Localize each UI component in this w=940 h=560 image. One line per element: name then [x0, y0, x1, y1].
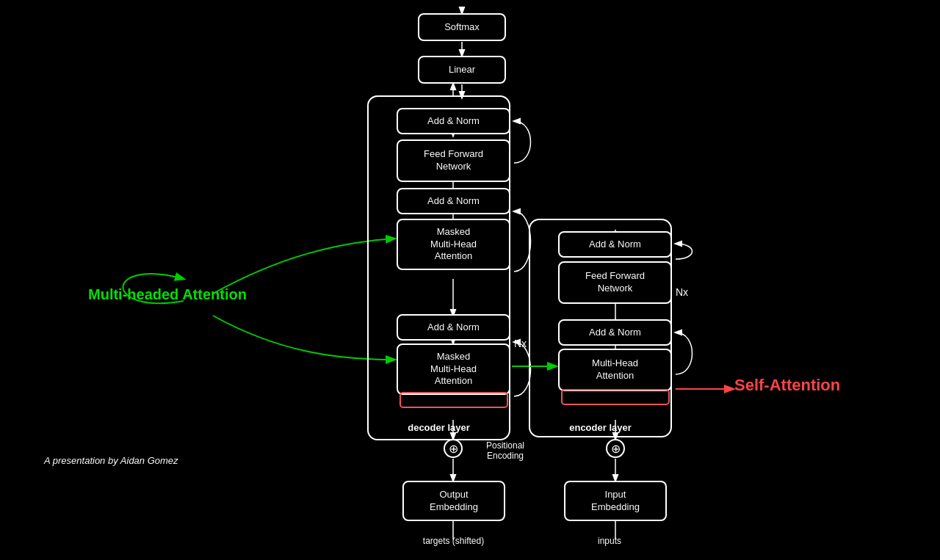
- targets-label: targets (shifted): [393, 536, 514, 546]
- diagram-container: Softmax Linear Add & Norm Feed ForwardNe…: [0, 0, 940, 560]
- linear-box: Linear: [418, 56, 506, 84]
- encoder-label: encoder layer: [529, 422, 672, 433]
- sa-annotation-label: Self-Attention: [734, 376, 840, 395]
- plus-circle-decoder: ⊕: [444, 439, 463, 458]
- enc-add-norm-bot-label: Add & Norm: [589, 327, 641, 339]
- inputs-label: inputs: [558, 536, 661, 546]
- enc-red-dashed: [561, 389, 670, 405]
- input-embedding-label: InputEmbedding: [591, 489, 640, 514]
- enc-ffn-box: Feed ForwardNetwork: [558, 261, 672, 304]
- enc-mha-label: Multi-HeadAttention: [592, 357, 638, 382]
- output-embedding-box: OutputEmbedding: [402, 481, 505, 521]
- enc-add-norm-bot-box: Add & Norm: [558, 319, 672, 346]
- nx-enc-label: Nx: [676, 286, 688, 298]
- softmax-box: Softmax: [418, 13, 506, 41]
- dec-ffn-label: Feed ForwardNetwork: [424, 148, 483, 173]
- dec-add-norm-mid-label: Add & Norm: [427, 195, 480, 208]
- dec-ffn-box: Feed ForwardNetwork: [397, 139, 510, 182]
- dec-masked-mha-bot-label: MaskedMulti-HeadAttention: [430, 351, 477, 388]
- dec-add-norm-mid-box: Add & Norm: [397, 188, 510, 214]
- presenter-label: A presentation by Aidan Gomez: [44, 455, 178, 466]
- enc-ffn-label: Feed ForwardNetwork: [585, 270, 645, 295]
- output-embedding-label: OutputEmbedding: [430, 489, 478, 514]
- enc-mha-box: Multi-HeadAttention: [558, 349, 672, 391]
- nx-dec-label: Nx: [514, 338, 527, 349]
- input-embedding-box: InputEmbedding: [564, 481, 667, 521]
- dec-masked-mha-bot-box: MaskedMulti-HeadAttention: [397, 343, 510, 395]
- decoder-label: decoder layer: [367, 422, 510, 433]
- dec-add-norm-top-label: Add & Norm: [427, 115, 480, 128]
- dec-red-dashed: [400, 392, 508, 408]
- dec-add-norm-top-box: Add & Norm: [397, 108, 510, 134]
- dec-add-norm-bot-label: Add & Norm: [427, 321, 480, 334]
- dec-masked-mha-top-box: MaskedMulti-HeadAttention: [397, 219, 510, 270]
- positional-encoding-label: Positional Encoding: [476, 440, 535, 461]
- mha-annotation-label: Multi-headed Attention: [88, 286, 247, 303]
- enc-add-norm-top-label: Add & Norm: [589, 239, 641, 251]
- softmax-label: Softmax: [444, 21, 480, 34]
- linear-label: Linear: [449, 64, 475, 76]
- enc-add-norm-top-box: Add & Norm: [558, 231, 672, 258]
- dec-masked-mha-top-label: MaskedMulti-HeadAttention: [430, 226, 477, 263]
- plus-circle-encoder: ⊕: [606, 439, 625, 458]
- dec-add-norm-bot-box: Add & Norm: [397, 314, 510, 341]
